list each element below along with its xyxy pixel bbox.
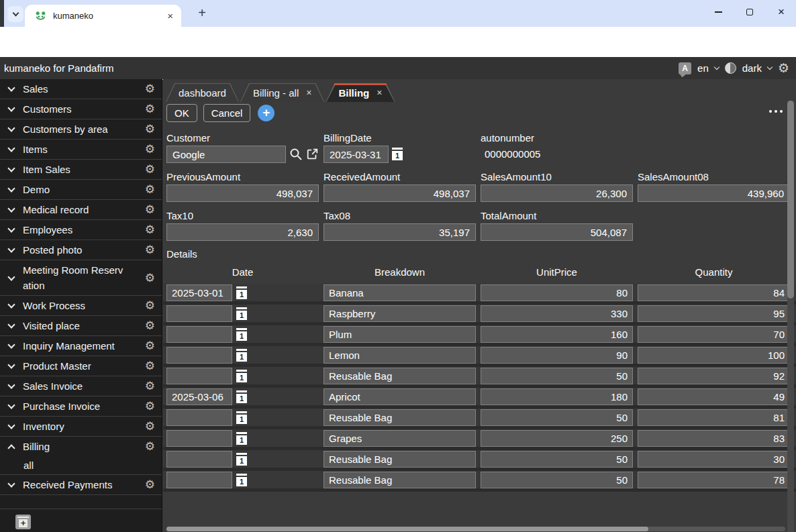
gear-icon[interactable]: ⚙ <box>145 421 155 432</box>
detail-unitprice-input[interactable] <box>481 451 633 468</box>
calendar-icon[interactable]: 1 <box>236 432 247 445</box>
tax08-input[interactable] <box>324 223 476 241</box>
vertical-scrollbar-thumb[interactable] <box>787 101 794 299</box>
gear-icon[interactable]: ⚙ <box>145 144 155 155</box>
sidebar-item-billing[interactable]: Billing⚙ <box>0 437 162 456</box>
detail-quantity-input[interactable] <box>638 326 790 343</box>
close-icon[interactable]: × <box>377 88 382 97</box>
chevron-up-icon[interactable] <box>7 444 15 451</box>
chevron-down-icon[interactable] <box>7 205 15 212</box>
gear-icon[interactable]: ⚙ <box>145 83 155 95</box>
cancel-button[interactable]: Cancel <box>203 104 251 122</box>
tab-billing-all[interactable]: Billing - all× <box>240 83 325 102</box>
settings-gear-icon[interactable]: ⚙ <box>778 62 789 74</box>
close-icon[interactable]: × <box>167 11 173 21</box>
sidebar-item-meeting-room-reservation[interactable]: Meeting Room Reservation⚙ <box>0 260 162 296</box>
sidebar-item-customers-by-area[interactable]: Customers by area⚙ <box>0 119 162 140</box>
detail-unitprice-input[interactable] <box>481 430 633 447</box>
sidebar-item-sales[interactable]: Sales⚙ <box>0 79 162 99</box>
calendar-icon[interactable]: 1 <box>236 370 247 382</box>
chevron-down-icon[interactable] <box>7 361 15 368</box>
contrast-icon[interactable] <box>725 62 736 74</box>
sidebar-item-demo[interactable]: Demo⚙ <box>0 180 162 200</box>
detail-breakdown-input[interactable] <box>324 368 476 384</box>
detail-quantity-input[interactable] <box>638 451 790 468</box>
detail-quantity-input[interactable] <box>638 347 790 364</box>
detail-quantity-input[interactable] <box>638 388 790 405</box>
chevron-down-icon[interactable] <box>7 164 15 172</box>
sidebar-item-work-process[interactable]: Work Process⚙ <box>0 296 162 316</box>
chevron-down-icon[interactable] <box>7 301 15 308</box>
detail-breakdown-input[interactable] <box>324 305 476 322</box>
detail-quantity-input[interactable] <box>638 368 790 384</box>
window-minimize-button[interactable] <box>705 0 732 24</box>
chevron-down-icon[interactable] <box>7 341 15 348</box>
gear-icon[interactable]: ⚙ <box>145 401 155 412</box>
detail-breakdown-input[interactable] <box>324 409 476 426</box>
tab-dashboard[interactable]: dashboard <box>166 83 239 102</box>
add-row-button[interactable]: + <box>258 105 275 121</box>
sidebar-item-purchase-invoice[interactable]: Purchase Invoice⚙ <box>0 396 162 417</box>
detail-quantity-input[interactable] <box>638 409 790 426</box>
received-amount-input[interactable] <box>324 184 476 202</box>
gear-icon[interactable]: ⚙ <box>145 204 155 215</box>
calendar-icon[interactable]: 1 <box>236 474 247 486</box>
detail-date-input[interactable] <box>166 347 232 364</box>
theme-select[interactable]: dark <box>742 62 762 74</box>
detail-breakdown-input[interactable] <box>324 347 476 364</box>
detail-date-input[interactable] <box>166 472 232 488</box>
detail-breakdown-input[interactable] <box>324 388 476 405</box>
gear-icon[interactable]: ⚙ <box>145 340 155 352</box>
sidebar-item-medical-record[interactable]: Medical record⚙ <box>0 200 162 220</box>
gear-icon[interactable]: ⚙ <box>145 224 155 235</box>
detail-breakdown-input[interactable] <box>324 326 476 343</box>
sidebar-item-received-payments[interactable]: Received Payments⚙ <box>0 475 162 495</box>
open-record-icon[interactable] <box>306 148 319 160</box>
tax10-input[interactable] <box>166 223 319 241</box>
tab-search-button[interactable] <box>7 6 23 22</box>
detail-quantity-input[interactable] <box>638 305 790 322</box>
detail-breakdown-input[interactable] <box>324 451 476 468</box>
gear-icon[interactable]: ⚙ <box>145 320 155 331</box>
sidebar-item-inquiry-management[interactable]: Inquiry Management⚙ <box>0 336 162 356</box>
detail-breakdown-input[interactable] <box>324 284 476 301</box>
chevron-down-icon[interactable] <box>7 225 15 232</box>
translate-icon[interactable]: A <box>679 62 691 74</box>
detail-quantity-input[interactable] <box>638 472 790 488</box>
language-select[interactable]: en <box>697 62 709 74</box>
calendar-icon[interactable]: 1 <box>236 411 247 424</box>
calendar-icon[interactable]: 1 <box>392 148 403 160</box>
detail-unitprice-input[interactable] <box>481 388 633 405</box>
sidebar-item-product-master[interactable]: Product Master⚙ <box>0 356 162 376</box>
chevron-down-icon[interactable] <box>7 84 15 91</box>
detail-date-input[interactable] <box>166 284 232 301</box>
ok-button[interactable]: OK <box>166 104 197 122</box>
calendar-icon[interactable]: 1 <box>236 286 247 299</box>
sidebar-item-visited-place[interactable]: Visited place⚙ <box>0 316 162 336</box>
calendar-icon[interactable]: 1 <box>236 307 247 320</box>
tab-billing[interactable]: Billing× <box>326 83 395 102</box>
gear-icon[interactable]: ⚙ <box>145 244 155 256</box>
chevron-down-icon[interactable] <box>7 245 15 252</box>
detail-unitprice-input[interactable] <box>481 326 633 343</box>
close-icon[interactable]: × <box>306 88 311 97</box>
detail-unitprice-input[interactable] <box>481 472 633 488</box>
overflow-menu-button[interactable] <box>769 110 783 113</box>
calendar-icon[interactable]: 1 <box>236 349 247 362</box>
chevron-down-icon[interactable] <box>7 184 15 192</box>
detail-date-input[interactable] <box>166 368 232 384</box>
detail-quantity-input[interactable] <box>638 284 790 301</box>
gear-icon[interactable]: ⚙ <box>145 123 155 135</box>
chevron-down-icon[interactable] <box>767 64 773 69</box>
chevron-down-icon[interactable] <box>7 273 15 280</box>
detail-unitprice-input[interactable] <box>481 305 633 322</box>
gear-icon[interactable]: ⚙ <box>145 164 155 175</box>
sidebar-item-item-sales[interactable]: Item Sales⚙ <box>0 160 162 180</box>
sidebar-item-items[interactable]: Items⚙ <box>0 140 162 160</box>
sidebar-item-customers[interactable]: Customers⚙ <box>0 99 162 119</box>
detail-date-input[interactable] <box>166 409 232 426</box>
detail-date-input[interactable] <box>166 451 232 468</box>
gear-icon[interactable]: ⚙ <box>145 184 155 195</box>
customer-input[interactable] <box>166 146 286 163</box>
chevron-down-icon[interactable] <box>7 124 15 131</box>
